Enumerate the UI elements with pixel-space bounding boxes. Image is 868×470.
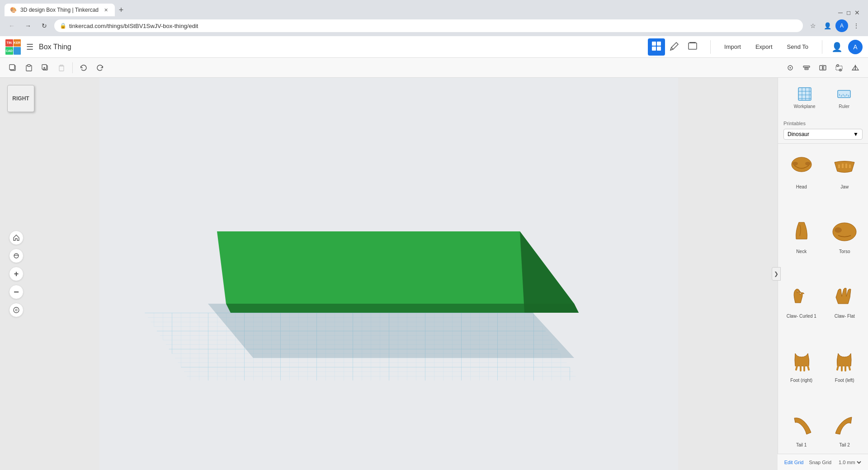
menu-icon[interactable]: ☰ xyxy=(26,42,33,52)
avatar-button[interactable]: A xyxy=(835,19,848,32)
group-tool-button[interactable] xyxy=(832,61,846,75)
ruler-label: Ruler xyxy=(839,104,849,109)
workplane-button[interactable]: Workplane xyxy=(789,83,820,112)
flip-tool-button[interactable] xyxy=(816,61,830,75)
shape-item-foot-right[interactable]: Foot (right) xyxy=(782,341,821,402)
shape-item-claw-flat[interactable]: Claw- Flat xyxy=(825,277,865,338)
svg-rect-2 xyxy=(652,47,656,51)
svg-point-28 xyxy=(14,307,19,313)
edit-grid-label[interactable]: Edit Grid xyxy=(784,460,804,465)
delete-button[interactable] xyxy=(54,61,69,75)
app-title: Box Thing xyxy=(39,43,71,51)
new-tab-button[interactable]: + xyxy=(115,4,127,16)
jaw-thumbnail xyxy=(828,150,861,183)
svg-rect-4 xyxy=(689,43,697,49)
address-bar[interactable]: 🔒 tinkercad.com/things/bIStBV1SwJV-box-t… xyxy=(54,19,803,32)
duplicate-button[interactable] xyxy=(38,61,52,75)
ruler-icon xyxy=(836,86,852,102)
svg-rect-0 xyxy=(652,42,656,46)
printables-section: Printables Dinosaur ▼ xyxy=(778,117,868,144)
zoom-out-button[interactable]: − xyxy=(9,285,24,299)
menu-button[interactable]: ⋮ xyxy=(850,19,863,32)
tail1-label: Tail 1 xyxy=(796,442,807,447)
tools-button[interactable] xyxy=(666,38,683,56)
gallery-button[interactable] xyxy=(684,38,701,56)
orbit-button[interactable] xyxy=(9,249,24,263)
mirror-tool-button[interactable] xyxy=(848,61,863,75)
claw-flat-thumbnail xyxy=(828,279,861,312)
toolbar xyxy=(0,58,868,78)
view-cube[interactable]: RIGHT xyxy=(7,85,39,121)
canvas-area[interactable]: RIGHT + − xyxy=(0,78,778,470)
right-panel: ❯ Workplane xyxy=(778,78,868,470)
grid-icon xyxy=(651,41,661,51)
undo-button[interactable] xyxy=(76,61,91,75)
view-label: RIGHT xyxy=(12,95,29,102)
claw-curled-label: Claw- Curled 1 xyxy=(787,314,816,319)
copy-button[interactable] xyxy=(5,61,20,75)
workplane-tool-button[interactable] xyxy=(783,61,797,75)
panel-collapse-button[interactable]: ❯ xyxy=(772,267,781,281)
svg-rect-57 xyxy=(845,164,847,168)
shape-item-torso[interactable]: Torso xyxy=(825,212,865,273)
align-tool-button[interactable] xyxy=(799,61,814,75)
user-button[interactable]: 👤 xyxy=(821,19,834,32)
svg-rect-18 xyxy=(805,68,808,70)
tail2-label: Tail 2 xyxy=(840,442,850,447)
close-window-button[interactable]: ✕ xyxy=(854,9,860,16)
snap-grid-label: Snap Grid xyxy=(809,460,831,465)
workplane-icon xyxy=(797,86,813,102)
forward-button[interactable]: → xyxy=(22,19,34,32)
back-button[interactable]: ← xyxy=(5,19,18,32)
svg-rect-7 xyxy=(9,65,14,70)
svg-rect-14 xyxy=(59,66,64,71)
svg-rect-17 xyxy=(803,66,810,67)
zoom-in-button[interactable]: + xyxy=(9,267,24,281)
svg-rect-20 xyxy=(823,66,826,70)
grid-view-button[interactable] xyxy=(648,38,665,56)
tab-close-button[interactable]: ✕ xyxy=(102,6,109,14)
printables-dropdown[interactable]: Dinosaur ▼ xyxy=(783,129,863,140)
import-button[interactable]: Import xyxy=(720,42,745,52)
lock-icon: 🔒 xyxy=(60,23,66,29)
foot-left-label: Foot (left) xyxy=(835,378,854,383)
perspective-button[interactable] xyxy=(9,303,24,317)
shape-item-head[interactable]: Head xyxy=(782,147,821,208)
printables-label: Printables xyxy=(783,121,863,126)
shape-item-foot-left[interactable]: Foot (left) xyxy=(825,341,865,402)
svg-point-27 xyxy=(14,254,19,258)
browser-tab[interactable]: 🎨 3D design Box Thing | Tinkercad ✕ xyxy=(5,4,115,16)
shape-item-claw-curled[interactable]: Claw- Curled 1 xyxy=(782,277,821,338)
gallery-icon xyxy=(688,41,698,51)
ruler-button[interactable]: Ruler xyxy=(831,83,857,112)
view-cube-box[interactable]: RIGHT xyxy=(7,85,34,112)
shape-item-jaw[interactable]: Jaw xyxy=(825,147,865,208)
tinkercad-logo[interactable]: TIN KER CAD xyxy=(5,39,21,55)
svg-rect-9 xyxy=(28,65,30,66)
refresh-button[interactable]: ↻ xyxy=(38,19,51,32)
svg-point-60 xyxy=(835,227,842,233)
svg-rect-3 xyxy=(657,47,661,51)
head-thumbnail xyxy=(785,150,818,183)
url-text: tinkercad.com/things/bIStBV1SwJV-box-thi… xyxy=(69,23,198,29)
svg-marker-25 xyxy=(852,66,855,70)
paste-button[interactable] xyxy=(22,61,36,75)
home-view-button[interactable] xyxy=(9,230,24,245)
minimize-button[interactable]: ─ xyxy=(838,9,843,16)
snap-grid-select[interactable]: 1.0 mm 0.5 mm 2.0 mm 5.0 mm xyxy=(837,459,863,465)
head-label: Head xyxy=(796,184,807,189)
send-to-button[interactable]: Send To xyxy=(783,42,813,52)
shape-item-neck[interactable]: Neck xyxy=(782,212,821,273)
user-profile-button[interactable]: 👤 xyxy=(831,42,843,52)
svg-rect-55 xyxy=(838,164,840,168)
bookmark-button[interactable]: ☆ xyxy=(807,19,819,32)
avatar-circle[interactable]: A xyxy=(848,40,863,54)
left-controls: + − xyxy=(9,230,24,317)
panel-tools: Workplane Ruler xyxy=(778,78,868,117)
redo-button[interactable] xyxy=(93,61,107,75)
svg-rect-58 xyxy=(849,164,851,168)
export-button[interactable]: Export xyxy=(751,42,777,52)
printables-value: Dinosaur xyxy=(788,131,809,137)
maximize-button[interactable]: ◻ xyxy=(846,9,851,16)
jaw-label: Jaw xyxy=(840,184,849,189)
